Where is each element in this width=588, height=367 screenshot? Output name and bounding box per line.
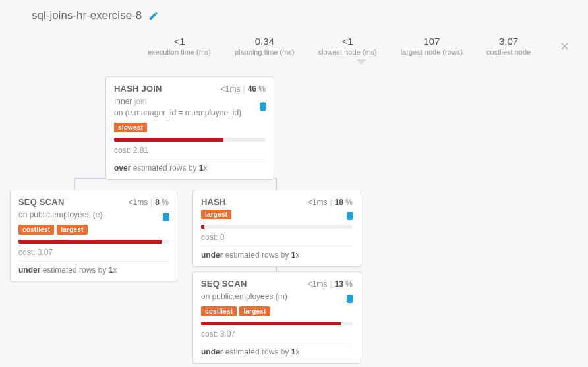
tag-largest: largest <box>201 210 231 219</box>
svg-point-2 <box>347 212 353 214</box>
node-estimate: under estimated rows by 1x <box>18 261 169 275</box>
plan-node-hash-join[interactable]: HASH JOIN <1ms|46 % Inner join on (e.man… <box>105 76 274 180</box>
node-cost: cost: 2.81 <box>114 146 266 155</box>
node-estimate: under estimated rows by 1x <box>201 246 353 260</box>
database-icon[interactable] <box>259 102 267 111</box>
node-subtext: Inner join on (e.manager_id = m.employee… <box>114 96 266 119</box>
cost-bar <box>114 138 266 142</box>
tag-costliest: costliest <box>201 306 237 316</box>
cost-bar-fill <box>18 240 162 244</box>
cost-bar-fill <box>114 138 223 142</box>
tag-slowest: slowest <box>114 123 147 132</box>
node-name: HASH JOIN <box>114 84 162 94</box>
node-metrics: <1ms|46 % <box>221 84 266 94</box>
connector <box>74 178 191 190</box>
node-name: SEQ SCAN <box>201 279 247 289</box>
plan-node-seq-scan-m[interactable]: SEQ SCAN <1ms|13 % on public.employees (… <box>192 271 361 364</box>
database-icon[interactable] <box>346 295 354 304</box>
node-name: HASH <box>201 197 226 207</box>
cost-bar <box>18 240 169 244</box>
svg-point-3 <box>347 295 353 297</box>
node-metrics: <1ms|18 % <box>308 198 353 207</box>
svg-point-1 <box>163 213 169 215</box>
node-estimate: over estimated rows by 1x <box>114 159 266 173</box>
node-cost: cost: 3.07 <box>201 329 353 339</box>
node-metrics: <1ms|8 % <box>128 198 169 207</box>
svg-point-0 <box>260 102 266 105</box>
database-icon[interactable] <box>162 213 170 222</box>
node-estimate: under estimated rows by 1x <box>201 343 353 356</box>
cost-bar-fill <box>201 322 341 325</box>
plan-node-seq-scan-e[interactable]: SEQ SCAN <1ms|8 % on public.employees (e… <box>10 190 177 282</box>
tag-largest: largest <box>57 225 87 235</box>
node-metrics: <1ms|13 % <box>308 279 353 289</box>
node-cost: cost: 0 <box>201 233 353 242</box>
tag-largest: largest <box>239 306 270 316</box>
plan-node-hash[interactable]: HASH <1ms|18 % largest cost: 0 under est… <box>192 190 361 267</box>
node-cost: cost: 3.07 <box>18 248 169 257</box>
cost-bar <box>201 322 353 325</box>
node-name: SEQ SCAN <box>18 197 65 207</box>
plan-canvas: HASH JOIN <1ms|46 % Inner join on (e.man… <box>0 0 588 367</box>
node-subtext: on public.employees (m) <box>201 291 353 302</box>
cost-bar <box>201 225 353 229</box>
tag-costliest: costliest <box>18 225 54 235</box>
cost-bar-fill <box>201 225 204 229</box>
database-icon[interactable] <box>346 212 354 221</box>
connector <box>190 178 277 190</box>
node-subtext: on public.employees (e) <box>18 210 169 221</box>
